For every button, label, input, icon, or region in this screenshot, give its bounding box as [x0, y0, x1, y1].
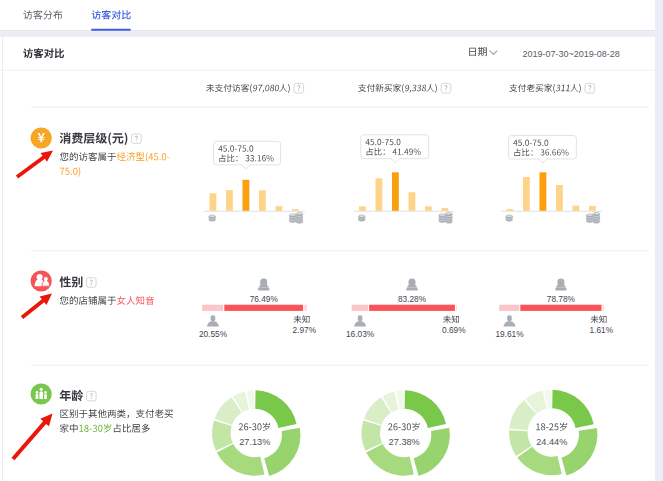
svg-text:83.28%: 83.28%	[398, 294, 427, 304]
svg-text:1.61%: 1.61%	[590, 325, 614, 335]
svg-text:2019-07-30~2019-08-28: 2019-07-30~2019-08-28	[523, 49, 620, 59]
svg-text:2.97%: 2.97%	[293, 325, 317, 335]
svg-text:27.38%: 27.38%	[389, 437, 420, 447]
svg-text:27.13%: 27.13%	[239, 437, 270, 447]
svg-text:19.61%: 19.61%	[495, 329, 524, 339]
svg-text:78.78%: 78.78%	[547, 294, 576, 304]
svg-text:76.49%: 76.49%	[250, 294, 279, 304]
svg-text:16.03%: 16.03%	[346, 329, 375, 339]
svg-text:0.69%: 0.69%	[442, 325, 466, 335]
svg-text:20.55%: 20.55%	[199, 329, 228, 339]
svg-text:24.44%: 24.44%	[536, 437, 567, 447]
